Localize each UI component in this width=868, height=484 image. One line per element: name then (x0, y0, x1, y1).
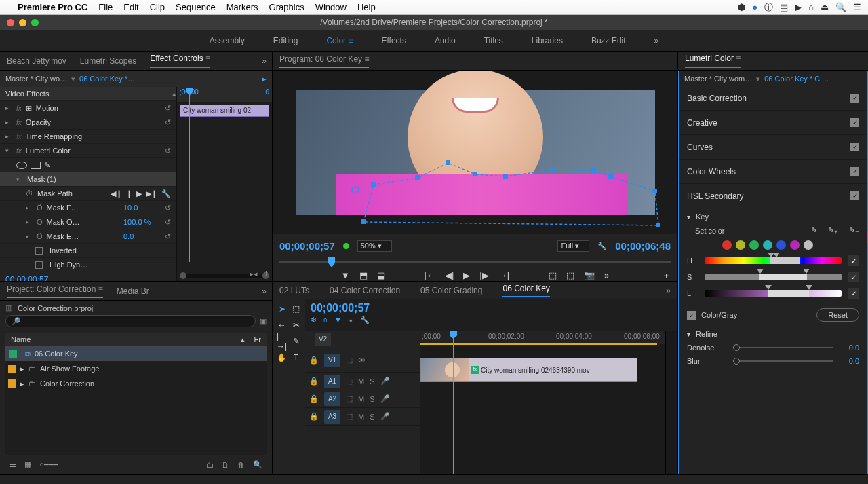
lum-master-clip[interactable]: Master * City wom… (684, 75, 752, 83)
col-name[interactable]: Name (11, 335, 238, 343)
ec-highdyn[interactable]: High Dyn… (0, 258, 176, 272)
ws-buzzedit[interactable]: Buzz Edit (591, 36, 626, 45)
hand-tool-icon[interactable]: ✋ (277, 352, 287, 363)
reset-icon[interactable]: ↺ (165, 232, 176, 241)
source-tabs-overflow[interactable]: » (262, 56, 267, 66)
menu-icon[interactable]: ☰ (853, 2, 861, 12)
slip-tool-icon[interactable]: |↔| (277, 336, 287, 347)
reset-icon[interactable]: ↺ (165, 204, 176, 212)
reset-icon[interactable]: ↺ (165, 218, 176, 227)
ec-mask-feather[interactable]: ▸ÖMask F…10.0↺ (0, 201, 176, 215)
export-frame-icon[interactable]: 📷 (584, 270, 595, 280)
project-search-input[interactable] (5, 315, 256, 327)
video-icon[interactable]: ▶ (795, 2, 802, 12)
go-in-icon[interactable]: |← (425, 270, 435, 280)
ws-titles[interactable]: Titles (484, 36, 503, 45)
ec-mask-path[interactable]: ⏱Mask Path◀❙❙▶▶❙🔧 (0, 187, 176, 201)
ws-effects[interactable]: Effects (381, 36, 406, 45)
lum-hsl-secondary[interactable]: HSL Secondary✓ (679, 184, 867, 208)
seq-tab[interactable]: 04 Color Correction (330, 286, 400, 295)
close-window-button[interactable] (7, 19, 14, 26)
eject-icon[interactable]: ⏏ (821, 2, 829, 12)
program-tc-left[interactable]: 00;00;00;57 (279, 240, 335, 252)
track-select-tool-icon[interactable]: ⬚ (291, 303, 301, 314)
lift-icon[interactable]: ⬚ (549, 270, 557, 280)
step-back-icon[interactable]: ◀| (445, 270, 454, 280)
transport-overflow[interactable]: » (604, 270, 609, 280)
ec-sequence-clip[interactable]: 06 Color Key *… (79, 75, 135, 83)
eyedropper-remove-icon[interactable]: ✎₋ (849, 226, 859, 235)
playhead-icon[interactable] (328, 257, 335, 267)
section-toggle[interactable]: ✓ (850, 94, 859, 103)
trash-icon[interactable]: 🗑 (237, 461, 245, 469)
ws-color[interactable]: Color (326, 36, 353, 45)
section-toggle[interactable]: ✓ (850, 143, 859, 151)
ws-overflow-button[interactable]: » (654, 36, 659, 45)
ec-opacity[interactable]: ▸fxOpacity↺ (0, 115, 176, 130)
menu-help[interactable]: Help (357, 2, 376, 12)
spotlight-icon[interactable]: 🔍 (835, 2, 846, 12)
ec-mask-shapes[interactable]: ✎ (0, 158, 176, 172)
marker-icon[interactable]: ▼ (334, 316, 342, 324)
new-item-icon[interactable]: 🗋 (222, 461, 229, 469)
tab-lumetri-scopes[interactable]: Lumetri Scopes (80, 56, 136, 66)
lock-icon[interactable]: 🔒 (309, 356, 319, 365)
snap-icon[interactable]: ❄ (311, 316, 317, 324)
track-fwd-icon[interactable]: ▶ (136, 189, 142, 198)
filter-icon[interactable]: ▣ (260, 317, 267, 326)
airplay-icon[interactable]: ⌂ (808, 2, 814, 12)
project-tabs-overflow[interactable]: » (262, 286, 267, 296)
track-back-icon[interactable]: ◀❙ (111, 189, 122, 198)
tab-program[interactable]: Program: 06 Color Key (279, 54, 369, 68)
lum-slider[interactable] (705, 290, 842, 297)
seq-tab-active[interactable]: 06 Color Key (502, 284, 549, 297)
ws-assembly[interactable]: Assembly (210, 36, 245, 45)
ec-export-icon[interactable]: ↥ (263, 269, 269, 278)
swatch[interactable] (804, 240, 813, 250)
menu-graphics[interactable]: Graphics (269, 2, 304, 12)
eyedropper-icon[interactable]: ✎ (811, 226, 817, 235)
ec-time-remapping[interactable]: ▸fxTime Remapping (0, 130, 176, 144)
reset-icon[interactable]: ↺ (165, 147, 176, 155)
ec-mini-timeline[interactable]: ;00;000 City woman smiling 02 ▸◂ ↥ (176, 87, 272, 281)
project-item-sequence[interactable]: ⧉06 Color Key (5, 346, 267, 361)
play-icon[interactable]: ▶ (463, 270, 470, 280)
minimize-window-button[interactable] (19, 19, 26, 26)
hue-enable[interactable]: ✓ (848, 255, 859, 266)
ripple-tool-icon[interactable]: ↔ (277, 320, 287, 331)
type-tool-icon[interactable]: T (291, 352, 301, 363)
program-scrubber[interactable] (279, 257, 671, 267)
swatch[interactable] (763, 240, 772, 250)
refine-label[interactable]: Refine (696, 330, 717, 338)
seq-tab[interactable]: 02 LUTs (279, 286, 309, 295)
ws-audio[interactable]: Audio (435, 36, 456, 45)
lum-creative[interactable]: Creative✓ (679, 111, 867, 135)
reset-icon[interactable]: ↺ (165, 104, 176, 113)
program-viewer[interactable] (273, 71, 677, 234)
mic-icon[interactable]: 🎤 (380, 377, 390, 386)
track-a3[interactable]: 🔒A3⬚MS🎤 (305, 408, 420, 426)
section-toggle[interactable]: ✓ (850, 118, 859, 127)
timeline-timecode[interactable]: 00;00;00;57 (311, 302, 672, 314)
track-a2[interactable]: 🔒A2⬚MS🎤 (305, 390, 420, 408)
timeline-lanes[interactable]: ;00;00 00;00;02;00 00;00;04;00 00;00;06;… (420, 331, 665, 474)
track-v1[interactable]: 🔒V1⬚👁 (305, 348, 420, 373)
denoise-slider[interactable] (733, 347, 833, 348)
ws-libraries[interactable]: Libraries (532, 36, 563, 45)
timeline-playhead[interactable] (453, 331, 454, 474)
ec-clip-bar[interactable]: City woman smiling 02 (180, 105, 269, 117)
key-label[interactable]: Key (696, 212, 709, 221)
checkbox-highdyn[interactable] (35, 261, 43, 269)
section-toggle[interactable]: ✓ (850, 191, 859, 200)
list-view-icon[interactable]: ☰ (9, 460, 16, 469)
tab-lumetri-color[interactable]: Lumetri Color (685, 54, 741, 68)
lum-color-wheels[interactable]: Color Wheels✓ (679, 160, 867, 184)
lock-icon[interactable]: 🔒 (309, 377, 319, 386)
pen-mask-icon[interactable]: ✎ (44, 161, 50, 170)
menu-markers[interactable]: Markers (226, 2, 258, 12)
zoom-window-button[interactable] (31, 19, 39, 26)
color-gray-checkbox[interactable]: ✓ (687, 311, 696, 320)
menu-file[interactable]: File (98, 2, 113, 12)
track-a1[interactable]: 🔒A1⬚MS🎤 (305, 373, 420, 390)
ec-master-clip[interactable]: Master * City wo… (5, 75, 67, 83)
